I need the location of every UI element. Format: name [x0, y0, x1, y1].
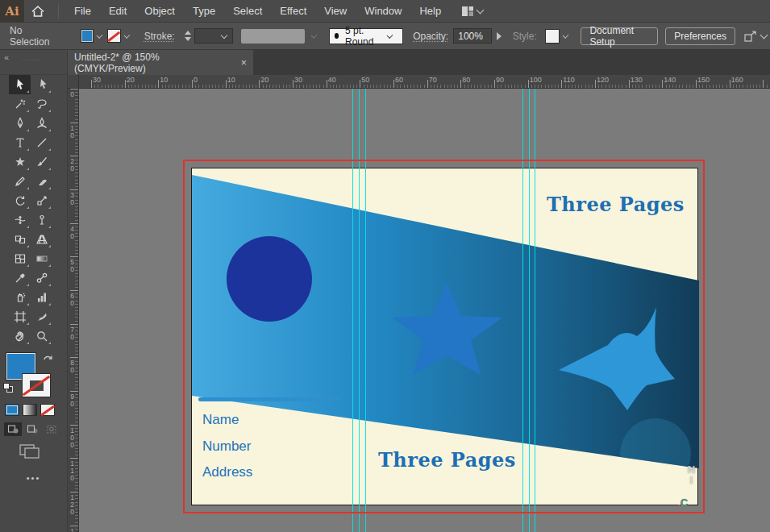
artboard[interactable]: Three Pages Three Pages Name Number Addr… — [191, 168, 698, 505]
chevron-down-icon[interactable] — [97, 32, 103, 39]
line-segment-tool[interactable] — [31, 133, 52, 152]
swap-fill-stroke-icon[interactable] — [42, 351, 55, 365]
guide-line[interactable] — [352, 89, 353, 532]
workspace-icon — [461, 6, 474, 17]
drawing-modes — [0, 422, 67, 436]
gradient-mode-button[interactable] — [23, 404, 37, 416]
chevron-down-icon[interactable] — [563, 32, 569, 39]
gradient-tool[interactable] — [31, 249, 52, 268]
paintbrush-tool[interactable] — [31, 152, 52, 172]
pen-tool[interactable] — [9, 114, 31, 133]
pencil-tool[interactable] — [9, 172, 31, 191]
hand-tool[interactable] — [9, 326, 31, 346]
menu-effect[interactable]: Effect — [271, 0, 315, 23]
ruler-label: 20 — [127, 76, 135, 84]
ruler-origin-corner[interactable] — [68, 75, 79, 89]
menu-edit[interactable]: Edit — [100, 0, 135, 23]
puppet-warp-tool[interactable] — [31, 210, 52, 230]
ruler-label: 90 — [496, 76, 504, 84]
rotate-tool[interactable] — [9, 191, 31, 210]
curvature-tool[interactable] — [31, 114, 52, 133]
ruler-label: 40 — [328, 76, 336, 84]
ruler-label: 30 — [294, 76, 302, 84]
divider-line — [198, 397, 340, 401]
guide-line[interactable] — [365, 89, 366, 532]
eyedropper-tool[interactable] — [9, 268, 31, 288]
chevron-down-icon — [387, 32, 393, 39]
dock-grip[interactable]: ∙∙∙∙∙∙∙∙ — [21, 56, 42, 64]
shape-builder-tool[interactable] — [9, 230, 31, 249]
edit-toolbar-ellipsis[interactable]: ••• — [0, 473, 67, 483]
arrange-icon — [743, 30, 758, 43]
symbol-sprayer-tool[interactable] — [9, 288, 31, 307]
ruler-label: 10 — [160, 76, 168, 84]
workspace-switcher[interactable] — [461, 6, 486, 17]
menu-window[interactable]: Window — [356, 0, 410, 23]
none-mode-button[interactable] — [40, 404, 55, 416]
column-graph-tool[interactable] — [31, 288, 52, 307]
ruler-label: 70 — [429, 76, 437, 84]
brush-dot-icon — [335, 33, 339, 39]
menu-object[interactable]: Object — [135, 0, 184, 23]
home-icon[interactable] — [27, 2, 48, 20]
draw-behind-button[interactable] — [23, 422, 41, 436]
preferences-button[interactable]: Preferences — [665, 27, 735, 45]
artboard-tool[interactable] — [9, 307, 31, 326]
collapse-dock-icon[interactable]: « — [4, 52, 8, 62]
perspective-grid-tool[interactable] — [31, 230, 52, 249]
chevron-down-icon[interactable] — [123, 32, 130, 39]
star-shape-tool[interactable] — [9, 152, 31, 172]
selection-tool[interactable] — [9, 75, 31, 94]
guide-line[interactable] — [359, 89, 360, 532]
stroke-weight-combo[interactable] — [194, 28, 233, 44]
eraser-tool[interactable] — [31, 172, 52, 191]
lasso-tool[interactable] — [31, 94, 52, 114]
scale-tool[interactable] — [31, 191, 52, 210]
guide-line[interactable] — [529, 89, 530, 532]
opacity-label[interactable]: Opacity: — [413, 31, 448, 42]
ruler-label: 50 — [69, 258, 76, 272]
guide-line[interactable] — [535, 89, 535, 532]
stroke-weight-label[interactable]: Stroke: — [144, 31, 175, 42]
brush-definition-combo[interactable]: 5 pt. Round — [329, 28, 404, 44]
direct-selection-tool[interactable] — [31, 75, 52, 94]
color-mode-button[interactable] — [5, 404, 19, 416]
stroke-weight-stepper[interactable] — [185, 28, 192, 44]
dock-header: « ∙∙∙∙∙∙∙∙ — [0, 50, 67, 75]
document-tab[interactable]: Untitled-2* @ 150% (CMYK/Preview) × — [68, 50, 253, 75]
guide-line[interactable] — [522, 89, 523, 532]
menu-view[interactable]: View — [315, 0, 356, 23]
close-icon[interactable]: × — [240, 56, 247, 69]
magic-wand-tool[interactable] — [9, 94, 31, 114]
slice-tool[interactable] — [31, 307, 52, 326]
default-fill-stroke-icon[interactable] — [3, 383, 14, 393]
type-tool[interactable] — [9, 133, 31, 152]
style-label: Style: — [513, 31, 537, 42]
ruler-label: 120 — [69, 493, 76, 515]
blend-tool[interactable] — [31, 268, 52, 288]
stroke-color-swatch[interactable] — [107, 29, 120, 43]
ruler-label: 30 — [69, 191, 76, 206]
draw-normal-button[interactable] — [4, 422, 22, 436]
opacity-expand-icon[interactable] — [497, 32, 502, 40]
change-screen-mode-icon[interactable] — [19, 444, 67, 462]
ruler-label: 90 — [69, 393, 76, 407]
stroke-color-proxy[interactable] — [22, 373, 51, 397]
arrange-documents[interactable] — [743, 30, 770, 43]
width-tool[interactable] — [9, 210, 31, 230]
menu-type[interactable]: Type — [184, 0, 224, 23]
ruler-label: 0 — [69, 90, 76, 98]
menu-help[interactable]: Help — [410, 0, 450, 23]
zoom-tool[interactable] — [31, 326, 52, 346]
fill-color-swatch[interactable] — [81, 29, 94, 43]
opacity-input[interactable]: 100% — [453, 28, 492, 44]
vertical-ruler[interactable]: 0102030405060708090100110120130 — [68, 89, 79, 532]
mesh-tool[interactable] — [9, 249, 31, 268]
menu-select[interactable]: Select — [224, 0, 271, 23]
graphic-style-swatch[interactable] — [545, 29, 560, 44]
canvas[interactable]: Three Pages Three Pages Name Number Addr… — [79, 89, 770, 532]
ruler-label: 110 — [69, 459, 76, 481]
menu-file[interactable]: File — [65, 0, 100, 23]
document-setup-button[interactable]: Document Setup — [581, 27, 658, 45]
horizontal-ruler[interactable]: 3020100102030405060708090100110120130140… — [79, 75, 770, 89]
